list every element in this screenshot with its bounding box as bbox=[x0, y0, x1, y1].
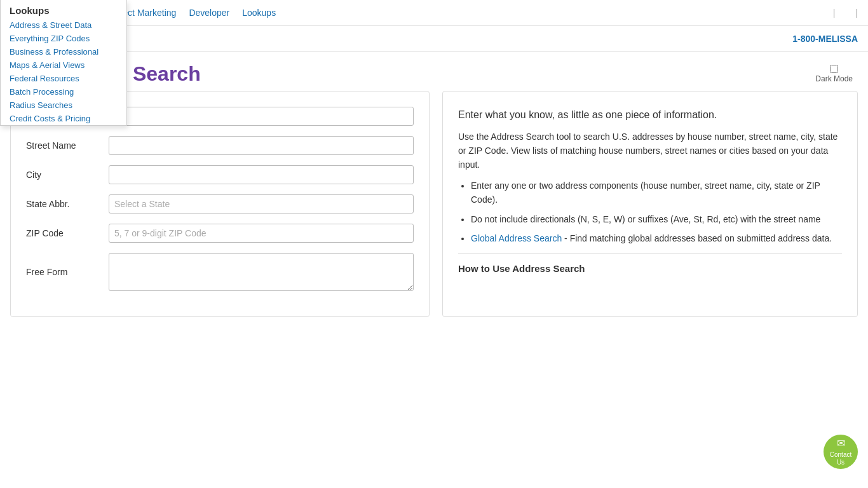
state-row: State Abbr. bbox=[26, 194, 414, 214]
second-nav: 1-800-MELISSA bbox=[0, 26, 868, 52]
state-abbr-label: State Abbr. bbox=[26, 199, 109, 209]
free-form-row: Free Form bbox=[26, 253, 414, 291]
global-address-link[interactable]: Global Address Search bbox=[471, 233, 562, 243]
zip-row: ZIP Code bbox=[26, 224, 414, 243]
nav-separator-right1: | bbox=[833, 8, 836, 18]
dropdown-item[interactable]: Business & Professional bbox=[1, 45, 126, 58]
dropdown-item[interactable]: Radius Searches bbox=[1, 98, 126, 112]
street-name-label: Street Name bbox=[26, 140, 109, 151]
info-paragraph: Use the Address Search tool to search U.… bbox=[458, 130, 842, 172]
global-link-suffix: - Find matching global addresses based o… bbox=[562, 233, 832, 243]
lookups-dropdown: Lookups Address & Street DataEverything … bbox=[0, 0, 127, 126]
city-input[interactable] bbox=[109, 165, 414, 184]
phone-number[interactable]: 1-800-MELISSA bbox=[792, 34, 858, 44]
dropdown-item[interactable]: Credit Costs & Pricing bbox=[1, 112, 126, 125]
street-name-row: Street Name bbox=[26, 136, 414, 155]
bullet-3: Global Address Search - Find matching gl… bbox=[471, 231, 842, 245]
page-header: Address Search Dark Mode bbox=[0, 52, 868, 91]
free-form-label: Free Form bbox=[26, 267, 109, 277]
dropdown-links-container: Address & Street DataEverything ZIP Code… bbox=[1, 18, 126, 125]
how-to-section: How to Use Address Search bbox=[458, 253, 842, 276]
dropdown-item[interactable]: Maps & Aerial Views bbox=[1, 58, 126, 72]
dropdown-item[interactable]: Everything ZIP Codes bbox=[1, 32, 126, 45]
dropdown-item[interactable]: Batch Processing bbox=[1, 85, 126, 98]
city-row: City bbox=[26, 165, 414, 184]
info-panel: Enter what you know, as little as one pi… bbox=[442, 91, 858, 317]
street-name-input[interactable] bbox=[109, 136, 414, 155]
dark-mode-checkbox[interactable] bbox=[830, 65, 838, 73]
info-heading: Enter what you know, as little as one pi… bbox=[458, 107, 842, 123]
info-bullets: Enter any one or two address components … bbox=[471, 179, 842, 246]
how-to-title: How to Use Address Search bbox=[458, 261, 842, 276]
dropdown-section-title: Lookups bbox=[1, 0, 126, 18]
dropdown-item[interactable]: Address & Street Data bbox=[1, 18, 126, 32]
city-label: City bbox=[26, 170, 109, 180]
bullet-1: Enter any one or two address components … bbox=[471, 179, 842, 207]
free-form-input[interactable] bbox=[109, 253, 414, 291]
nav-separator-right2: | bbox=[855, 8, 858, 18]
state-input[interactable] bbox=[109, 194, 414, 214]
dropdown-item[interactable]: Federal Resources bbox=[1, 72, 126, 85]
top-nav-link[interactable]: Lookups bbox=[242, 8, 276, 18]
top-nav-link[interactable]: Developer bbox=[189, 8, 229, 18]
zip-code-input[interactable] bbox=[109, 224, 414, 243]
bullet-2: Do not include directionals (N, S, E, W)… bbox=[471, 212, 842, 226]
dark-mode-area: Dark Mode bbox=[815, 65, 853, 83]
zip-code-label: ZIP Code bbox=[26, 228, 109, 238]
top-nav: | EnterpriseDirect MarketingDeveloperLoo… bbox=[0, 0, 868, 26]
main-content: House Number Street Name City State Abbr… bbox=[0, 91, 868, 327]
house-number-input[interactable] bbox=[109, 107, 414, 126]
dark-mode-label: Dark Mode bbox=[815, 74, 853, 83]
